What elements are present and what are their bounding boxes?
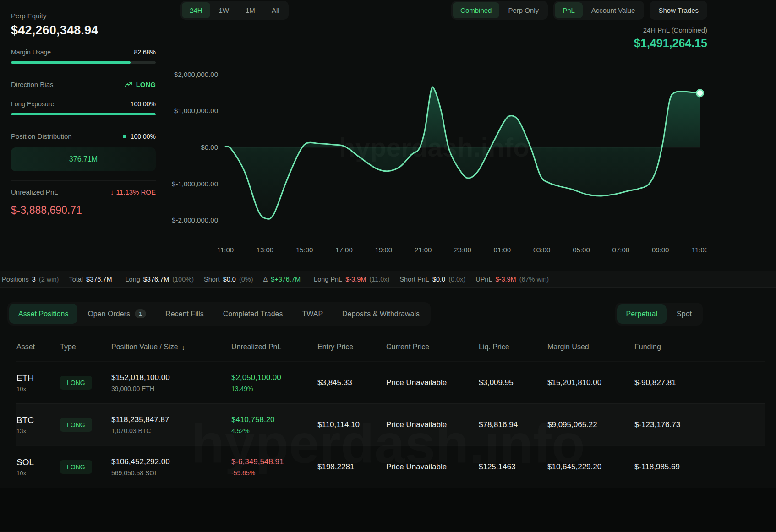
- type-cell: LONG: [60, 418, 111, 432]
- column-header-entry-price[interactable]: Entry Price: [317, 343, 386, 351]
- long-badge: LONG: [60, 376, 92, 390]
- stat-long-pnl: Long PnL $-3.9M (11.0x): [314, 276, 389, 283]
- x-axis-tick-label: 17:00: [335, 246, 353, 254]
- range-tab-1m[interactable]: 1M: [238, 2, 263, 18]
- tab-label: Completed Trades: [223, 310, 283, 318]
- tab-deposits-withdrawals[interactable]: Deposits & Withdrawals: [333, 304, 429, 324]
- range-tab-24h[interactable]: 24H: [182, 2, 210, 18]
- tab-open-orders[interactable]: Open Orders 1: [78, 304, 155, 324]
- asset-leverage: 13x: [16, 428, 60, 434]
- column-header-margin-used[interactable]: Margin Used: [547, 343, 634, 351]
- range-tab-1w[interactable]: 1W: [211, 2, 237, 18]
- x-axis-tick-label: 19:00: [375, 246, 393, 254]
- range-tab-all[interactable]: All: [264, 2, 287, 18]
- x-axis-tick-label: 03:00: [533, 246, 551, 254]
- unrealized-pnl-section: Unrealized PnL ↓ 11.13% ROE $-3,888,690.…: [11, 181, 156, 226]
- long-exposure-bar: [11, 113, 156, 115]
- position-size: 39,000.00 ETH: [111, 385, 231, 392]
- entry-price-cell: $198.2281: [317, 462, 386, 472]
- unrealized-pnl-cell: $2,050,100.00 13.49%: [231, 373, 317, 392]
- time-range-tabs: 24H 1W 1M All: [180, 1, 289, 20]
- stat-long: Long $376.7M (100%): [126, 276, 194, 283]
- tab-perpetual[interactable]: Perpetual: [617, 304, 667, 324]
- tab-twap[interactable]: TWAP: [293, 304, 332, 324]
- tab-completed-trades[interactable]: Completed Trades: [214, 304, 292, 324]
- y-axis-tick-label: $-1,000,000.00: [172, 180, 218, 188]
- long-badge: LONG: [60, 460, 92, 474]
- chart-right-controls: Combined Perp Only PnL Account Value Sho…: [451, 1, 707, 20]
- metric-tab-account-value[interactable]: Account Value: [584, 2, 643, 18]
- column-header-asset[interactable]: Asset: [16, 343, 60, 351]
- stat-extra: (67% win): [519, 276, 549, 283]
- table-row-btc[interactable]: BTC 13x LONG $118,235,847.87 1,070.03 BT…: [16, 403, 765, 445]
- chart-area: 24H 1W 1M All Combined Perp Only PnL Acc…: [169, 0, 776, 262]
- stat-label: Total: [69, 276, 83, 283]
- pnl-chart[interactable]: hyperdash.info$2,000,000.00$1,000,000.00…: [169, 51, 707, 257]
- stat-value: $376.7M: [143, 276, 169, 283]
- trending-up-icon: [125, 81, 132, 87]
- positions-tabs-row: Asset Positions Open Orders 1 Recent Fil…: [0, 302, 776, 326]
- funding-cell: $-90,827.81: [634, 378, 765, 387]
- table-row-eth[interactable]: ETH 10x LONG $152,018,100.00 39,000.00 E…: [16, 361, 765, 403]
- position-distribution-pct: 100.00%: [123, 133, 156, 140]
- stat-total: Total $376.7M: [69, 276, 115, 283]
- top-section: Perp Equity $42,260,348.94 Margin Usage …: [0, 0, 776, 262]
- positions-tab-group: Asset Positions Open Orders 1 Recent Fil…: [7, 302, 431, 326]
- metric-tab-pnl[interactable]: PnL: [555, 2, 583, 18]
- delta-icon: Δ: [263, 276, 268, 283]
- column-header-type[interactable]: Type: [60, 343, 111, 351]
- column-header-unrealized-pnl[interactable]: Unrealized PnL: [231, 343, 317, 351]
- margin-usage-label: Margin Usage: [11, 49, 51, 56]
- column-header-label: Position Value / Size: [111, 343, 178, 351]
- current-price-cell: Price Unavailable: [386, 378, 479, 387]
- margin-usage-value: 82.68%: [134, 49, 156, 56]
- x-axis-tick-label: 23:00: [454, 246, 471, 254]
- position-distribution-label: Position Distribution: [11, 132, 72, 140]
- long-exposure-bar-fill: [11, 113, 156, 115]
- stat-positions: Positions 3 (2 win): [2, 276, 59, 283]
- open-orders-count-badge: 1: [135, 309, 146, 318]
- unrealized-pnl-value: $-6,349,548.91: [231, 457, 317, 467]
- stat-extra: (11.0x): [369, 276, 389, 283]
- mode-tab-combined[interactable]: Combined: [453, 2, 499, 18]
- unrealized-pnl-value: $-3,888,690.71: [11, 204, 156, 217]
- margin-used-cell: $15,201,810.00: [547, 378, 634, 387]
- tab-recent-fills[interactable]: Recent Fills: [156, 304, 213, 324]
- tab-label: Spot: [677, 310, 692, 318]
- tab-label: Recent Fills: [165, 310, 204, 318]
- stat-extra: (0.0x): [448, 276, 465, 283]
- stat-value: $-3.9M: [345, 276, 366, 283]
- x-axis-tick-label: 11:00: [217, 246, 234, 254]
- column-header-position-value[interactable]: Position Value / Size ↓: [111, 343, 231, 351]
- position-value-cell: $152,018,100.00 39,000.00 ETH: [111, 373, 231, 392]
- current-price-cell: Price Unavailable: [386, 462, 479, 472]
- y-axis-tick-label: $0.00: [201, 143, 218, 151]
- direction-bias-text: LONG: [136, 81, 156, 88]
- position-distribution-box[interactable]: 376.71M: [11, 147, 156, 171]
- column-header-current-price[interactable]: Current Price: [386, 343, 479, 351]
- stat-value: $376.7M: [86, 276, 112, 283]
- stat-value: 3: [32, 276, 36, 283]
- sort-descending-icon[interactable]: ↓: [182, 343, 186, 351]
- show-trades-button[interactable]: Show Trades: [650, 1, 707, 20]
- margin-used-cell: $10,645,229.20: [547, 462, 634, 472]
- last-point-marker: [697, 90, 704, 97]
- mode-tabs: Combined Perp Only: [451, 1, 548, 20]
- tab-spot[interactable]: Spot: [667, 304, 701, 324]
- chart-controls: 24H 1W 1M All Combined Perp Only PnL Acc…: [169, 0, 707, 20]
- asset-leverage: 10x: [16, 385, 60, 392]
- column-header-funding[interactable]: Funding: [634, 343, 765, 351]
- table-row-sol[interactable]: SOL 10x LONG $106,452,292.00 569,050.58 …: [16, 445, 765, 488]
- stat-value: $0.0: [432, 276, 445, 283]
- stat-upnl: UPnL $-3.9M (67% win): [475, 276, 549, 283]
- table-header: Asset Type Position Value / Size ↓ Unrea…: [16, 337, 765, 361]
- x-axis-tick-label: 11:00: [692, 246, 707, 254]
- column-header-liq-price[interactable]: Liq. Price: [479, 343, 547, 351]
- mode-tab-perp-only[interactable]: Perp Only: [500, 2, 546, 18]
- stat-delta: Δ $+376.7M: [263, 276, 304, 283]
- pnl-summary: 24H PnL (Combined) $1,491,264.15: [169, 26, 707, 50]
- unrealized-pnl-cell: $-6,349,548.91 -59.65%: [231, 457, 317, 477]
- tab-asset-positions[interactable]: Asset Positions: [9, 304, 77, 324]
- x-axis-tick-label: 01:00: [494, 246, 511, 254]
- stat-label: Short: [204, 276, 220, 283]
